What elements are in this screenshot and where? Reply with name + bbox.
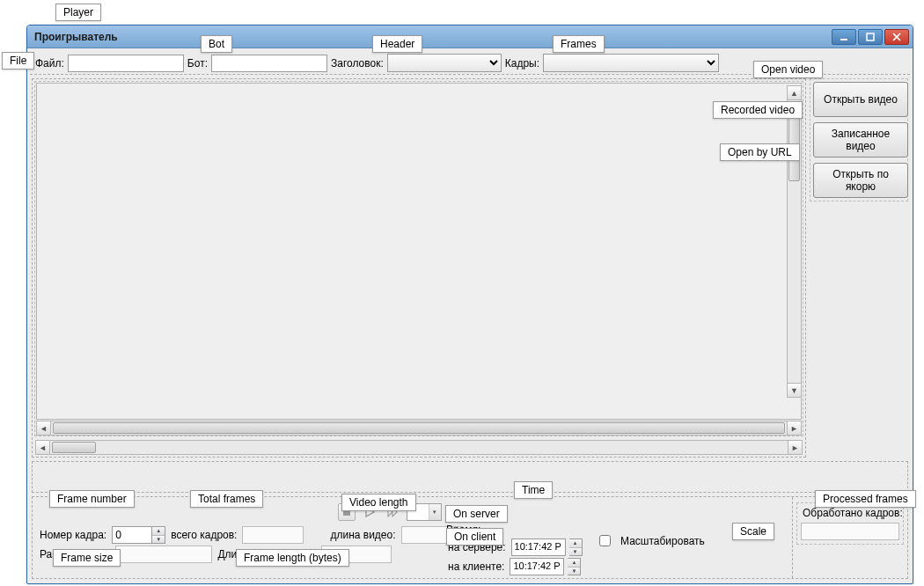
viewer-inner-horizontal-scrollbar[interactable]: ◄ ► bbox=[36, 421, 802, 436]
recorded-video-button[interactable]: Записанное видео bbox=[813, 122, 908, 157]
callout-on-server: On server bbox=[445, 505, 508, 523]
close-icon bbox=[891, 33, 902, 41]
frame-number-label: Номер кадра: bbox=[38, 529, 108, 541]
bot-input[interactable] bbox=[211, 55, 327, 72]
titlebar[interactable]: Проигрыватель bbox=[27, 26, 913, 48]
callout-total-frames: Total frames bbox=[190, 490, 263, 508]
callout-recorded-video: Recorded video bbox=[713, 101, 803, 119]
scroll-up-arrow-icon[interactable]: ▲ bbox=[788, 86, 801, 100]
processed-frames-value bbox=[801, 523, 899, 540]
time-client-value: 10:17:42 P bbox=[510, 558, 564, 575]
bot-label: Бот: bbox=[186, 57, 209, 70]
callout-processed-frames: Processed frames bbox=[815, 490, 916, 508]
callout-player: Player bbox=[55, 4, 101, 21]
hscroll-thumb-outer[interactable] bbox=[52, 442, 96, 453]
open-video-button[interactable]: Открыть видео bbox=[813, 82, 908, 117]
frames-label: Кадры: bbox=[503, 57, 541, 70]
callout-frame-length-bytes: Frame length (bytes) bbox=[236, 549, 349, 567]
hscroll-thumb-inner[interactable] bbox=[53, 422, 785, 434]
scale-label: Масштабировать bbox=[619, 535, 707, 547]
time-client-spinner[interactable]: ▲▼ bbox=[568, 558, 581, 575]
scroll-right-arrow-icon[interactable]: ► bbox=[787, 421, 801, 435]
spin-down-icon[interactable]: ▼ bbox=[152, 536, 165, 544]
frame-number-input[interactable] bbox=[112, 526, 152, 544]
scroll-left-arrow-icon[interactable]: ◄ bbox=[37, 421, 51, 435]
chevron-down-icon: ▾ bbox=[429, 504, 441, 520]
callout-scale: Scale bbox=[732, 523, 774, 540]
callout-on-client: On client bbox=[446, 528, 503, 546]
minimize-button[interactable] bbox=[832, 29, 856, 45]
frames-select[interactable] bbox=[543, 54, 719, 72]
viewer-outer-horizontal-scrollbar[interactable]: ◄ ► bbox=[35, 440, 803, 455]
callout-frame-number: Frame number bbox=[49, 490, 135, 508]
total-frames-value bbox=[242, 526, 304, 544]
frame-number-spinner[interactable]: ▲▼ bbox=[112, 526, 165, 544]
maximize-button[interactable] bbox=[858, 29, 883, 45]
processed-frames-box: Обработано кадров: bbox=[796, 502, 904, 545]
viewer-panel: ▲ ▼ ◄ ► ◄ ► bbox=[32, 78, 806, 458]
callout-time: Time bbox=[514, 481, 553, 499]
callout-bot: Bot bbox=[201, 35, 232, 53]
callout-file: File bbox=[2, 52, 34, 70]
time-server-spinner[interactable]: ▲▼ bbox=[569, 538, 583, 556]
video-length-label: длина видео: bbox=[328, 529, 397, 541]
callout-video-length: Video length bbox=[341, 494, 416, 511]
maximize-icon bbox=[865, 33, 876, 41]
time-server-value: 10:17:42 P bbox=[511, 538, 566, 556]
callout-frames: Frames bbox=[553, 35, 605, 53]
spin-down-icon[interactable]: ▼ bbox=[568, 568, 580, 575]
callout-open-by-url: Open by URL bbox=[720, 143, 800, 161]
scale-checkbox[interactable] bbox=[599, 535, 611, 546]
close-button[interactable] bbox=[884, 29, 909, 45]
open-by-url-button[interactable]: Открыть по якорю bbox=[813, 163, 908, 198]
frame-size-value bbox=[115, 546, 212, 563]
timeline-strip bbox=[32, 461, 908, 493]
viewer-vertical-scrollbar[interactable]: ▲ ▼ bbox=[787, 85, 802, 398]
processed-frames-label: Обработано кадров: bbox=[801, 507, 899, 519]
spin-up-icon[interactable]: ▲ bbox=[152, 527, 165, 536]
header-label: Заголовок: bbox=[329, 57, 385, 70]
spin-down-icon[interactable]: ▼ bbox=[569, 548, 582, 556]
scroll-left-arrow-icon[interactable]: ◄ bbox=[36, 441, 50, 454]
header-select[interactable] bbox=[387, 54, 502, 72]
time-client-label: на клиенте: bbox=[446, 560, 506, 573]
callout-open-video: Open video bbox=[753, 61, 823, 78]
file-input[interactable] bbox=[68, 55, 184, 72]
window-title: Проигрыватель bbox=[34, 31, 118, 43]
spin-up-icon[interactable]: ▲ bbox=[569, 539, 582, 548]
svg-rect-1 bbox=[867, 33, 874, 40]
scroll-down-arrow-icon[interactable]: ▼ bbox=[788, 383, 801, 397]
viewer-canvas[interactable]: ▲ ▼ bbox=[36, 83, 802, 420]
spin-up-icon[interactable]: ▲ bbox=[568, 559, 580, 568]
callout-header: Header bbox=[372, 35, 422, 53]
svg-rect-0 bbox=[840, 39, 847, 40]
total-frames-label: всего кадров: bbox=[169, 529, 238, 541]
callout-frame-size: Frame size bbox=[53, 549, 121, 567]
file-label: Файл: bbox=[33, 57, 66, 70]
scroll-right-arrow-icon[interactable]: ► bbox=[788, 441, 802, 454]
minimize-icon bbox=[839, 33, 849, 41]
